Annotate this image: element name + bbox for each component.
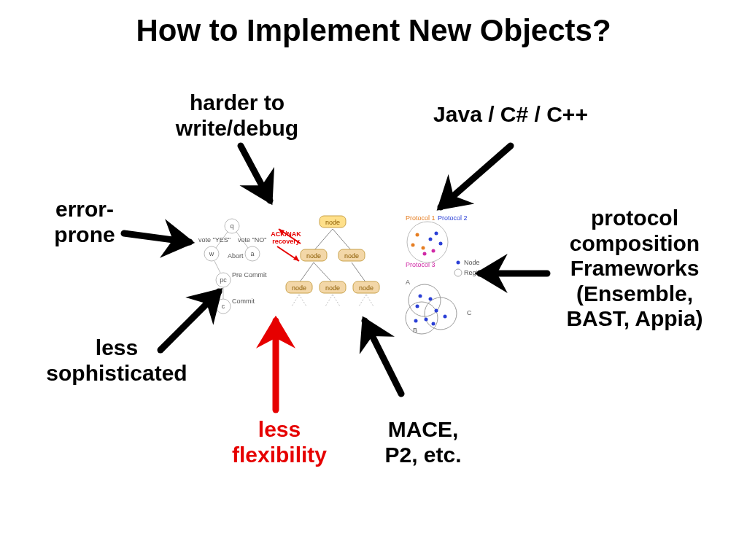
svg-line-41 — [292, 295, 299, 306]
region-venn: A B C — [406, 279, 472, 334]
svg-text:Protocol 2: Protocol 2 — [438, 214, 468, 222]
svg-text:c: c — [222, 303, 225, 310]
svg-text:vote "YES": vote "YES" — [198, 236, 231, 244]
svg-line-26 — [314, 229, 333, 251]
svg-text:Region: Region — [464, 269, 485, 276]
label-protocol: protocolcompositionFrameworks(Ensemble,B… — [554, 206, 715, 332]
node-tree: node node node node node node — [286, 216, 379, 306]
label-mace: MACE,P2, etc. — [365, 417, 481, 467]
svg-point-73 — [444, 315, 447, 319]
svg-point-56 — [429, 238, 433, 241]
svg-text:node: node — [292, 284, 306, 292]
svg-line-27 — [333, 229, 352, 251]
svg-point-69 — [419, 295, 422, 298]
svg-point-55 — [439, 242, 443, 246]
svg-point-71 — [416, 305, 419, 308]
svg-point-58 — [432, 249, 436, 253]
svg-point-76 — [432, 322, 436, 326]
arrow-harder — [241, 146, 270, 201]
label-sophisticated: lesssophisticated — [44, 335, 190, 386]
label-error: error-prone — [41, 197, 128, 247]
svg-line-46 — [366, 295, 374, 306]
label-flexibility: lessflexibility — [214, 417, 345, 467]
svg-text:Abort: Abort — [228, 252, 244, 260]
svg-point-50 — [407, 222, 448, 262]
svg-line-42 — [299, 295, 306, 306]
svg-text:Pre Commit: Pre Commit — [232, 271, 267, 279]
svg-line-33 — [314, 262, 333, 283]
acknak: ACK/NAKrecovery — [271, 229, 301, 261]
slide-stage: How to Implement New Objects? harder tow… — [0, 0, 747, 560]
svg-point-59 — [457, 261, 460, 265]
svg-point-70 — [429, 298, 433, 301]
protocol-scatter: Protocol 1 Protocol 2 Protocol 3 Node Re… — [406, 214, 485, 276]
svg-text:q: q — [230, 222, 233, 230]
svg-point-61 — [454, 269, 462, 276]
svg-line-32 — [299, 262, 314, 283]
svg-line-12 — [214, 261, 220, 273]
svg-text:Commit: Commit — [232, 298, 255, 305]
fsm-sketch: q w a pc c vote "YES" vote "NO" Abort Pr… — [198, 219, 267, 314]
svg-point-51 — [416, 233, 419, 237]
svg-line-44 — [333, 295, 340, 306]
svg-text:pc: pc — [220, 276, 227, 284]
svg-text:Protocol 1: Protocol 1 — [406, 214, 436, 222]
svg-point-75 — [414, 319, 418, 323]
svg-text:ACK/NAKrecovery: ACK/NAKrecovery — [271, 230, 301, 245]
svg-text:node: node — [359, 284, 374, 292]
svg-point-72 — [435, 309, 438, 313]
svg-text:A: A — [406, 279, 410, 286]
svg-point-74 — [425, 318, 428, 322]
svg-point-54 — [435, 232, 438, 236]
svg-point-52 — [422, 246, 425, 250]
svg-text:Node: Node — [464, 259, 480, 266]
svg-line-45 — [359, 295, 366, 306]
center-cluster: q w a pc c vote "YES" vote "NO" Abort Pr… — [190, 204, 496, 350]
svg-point-57 — [423, 252, 427, 256]
svg-text:vote "NO": vote "NO" — [238, 236, 266, 244]
svg-point-53 — [411, 244, 415, 247]
svg-line-43 — [325, 295, 333, 306]
svg-text:node: node — [325, 219, 340, 226]
svg-text:node: node — [325, 284, 340, 292]
svg-point-68 — [406, 302, 438, 334]
svg-text:C: C — [467, 309, 472, 316]
arrow-error — [124, 233, 190, 242]
svg-line-34 — [352, 262, 366, 283]
label-harder: harder towrite/debug — [142, 90, 332, 141]
slide-title: How to Implement New Objects? — [0, 13, 747, 48]
svg-text:node: node — [344, 252, 359, 260]
svg-text:node: node — [306, 252, 321, 260]
label-java: Java / C# / C++ — [416, 102, 605, 128]
arrow-java — [441, 146, 511, 207]
svg-text:a: a — [250, 250, 254, 257]
svg-text:w: w — [209, 250, 214, 257]
